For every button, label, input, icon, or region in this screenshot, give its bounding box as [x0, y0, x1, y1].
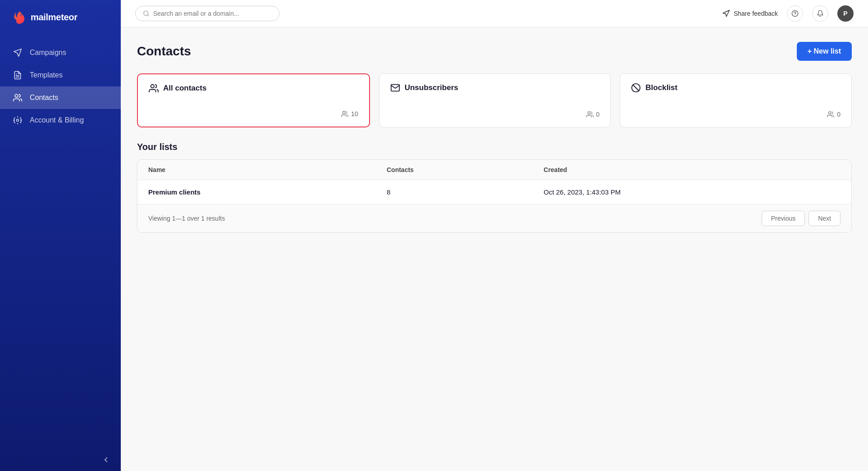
sidebar-item-contacts[interactable]: Contacts [0, 86, 121, 109]
contact-cards: All contacts 10 [137, 73, 852, 127]
blocklist-count-value: 0 [837, 111, 841, 118]
search-input[interactable] [153, 10, 272, 17]
unsubscribers-card[interactable]: Unsubscribers 0 [379, 73, 611, 127]
pagination-row: Viewing 1—1 over 1 results Previous Next [137, 204, 851, 232]
header-right: Share feedback P [722, 5, 854, 22]
svg-point-4 [15, 95, 18, 98]
page-content: Contacts + New list All contacts [121, 27, 868, 471]
count-people-icon-3 [827, 111, 834, 118]
blocklist-count: 0 [631, 111, 841, 118]
previous-button[interactable]: Previous [762, 211, 805, 226]
pagination-buttons: Previous Next [762, 211, 841, 226]
lists-section: Name Contacts Created Premium clients 8 … [137, 159, 852, 233]
all-contacts-count: 10 [149, 110, 358, 118]
table-row[interactable]: Premium clients 8 Oct 26, 2023, 1:43:03 … [137, 180, 851, 204]
all-contacts-title: All contacts [163, 84, 206, 93]
pagination-info: Viewing 1—1 over 1 results [148, 215, 225, 222]
svg-point-5 [17, 119, 19, 122]
svg-point-11 [343, 111, 345, 113]
sidebar-item-account-billing[interactable]: Account & Billing [0, 109, 121, 131]
search-bar[interactable] [135, 6, 279, 21]
sidebar: mailmeteor Campaigns Templ [0, 0, 121, 471]
people-icon [149, 83, 159, 93]
col-contacts: Contacts [376, 160, 533, 180]
page-header: Contacts + New list [137, 42, 852, 61]
col-name: Name [137, 160, 376, 180]
svg-marker-1 [14, 49, 22, 57]
unsubscribers-title: Unsubscribers [405, 83, 458, 92]
sidebar-item-campaigns[interactable]: Campaigns [0, 41, 121, 64]
sidebar-item-label-account: Account & Billing [30, 116, 84, 124]
settings-icon [13, 115, 23, 125]
svg-point-10 [151, 85, 154, 88]
unsubscribers-title-row: Unsubscribers [390, 83, 600, 93]
svg-line-7 [147, 15, 149, 16]
sidebar-collapse-button[interactable] [0, 448, 121, 471]
notifications-button[interactable] [812, 5, 828, 22]
logo[interactable]: mailmeteor [0, 0, 121, 34]
all-contacts-count-value: 10 [351, 110, 358, 118]
list-created: Oct 26, 2023, 1:43:03 PM [533, 180, 851, 204]
sidebar-item-label-campaigns: Campaigns [30, 49, 66, 57]
header: Share feedback P [121, 0, 868, 27]
avatar[interactable]: P [837, 5, 854, 22]
list-contacts: 8 [376, 180, 533, 204]
main-content: Share feedback P Contacts [121, 0, 868, 471]
share-feedback-button[interactable]: Share feedback [722, 9, 778, 18]
envelope-icon [390, 83, 400, 93]
chevron-left-icon [102, 456, 110, 464]
lists-table: Name Contacts Created Premium clients 8 … [137, 160, 851, 204]
col-created: Created [533, 160, 851, 180]
help-icon [791, 10, 799, 17]
logo-icon [11, 9, 27, 25]
unsubscribers-count: 0 [390, 111, 600, 118]
card-title-row: All contacts [149, 83, 358, 93]
page-title: Contacts [137, 44, 191, 59]
megaphone-icon [722, 9, 730, 18]
new-list-button[interactable]: + New list [797, 42, 852, 61]
count-people-icon-2 [586, 111, 594, 118]
all-contacts-card[interactable]: All contacts 10 [137, 73, 370, 127]
nav-items: Campaigns Templates [0, 34, 121, 448]
count-people-icon [341, 110, 348, 118]
sidebar-item-templates[interactable]: Templates [0, 64, 121, 86]
svg-line-14 [633, 85, 639, 91]
blocklist-card[interactable]: Blocklist 0 [620, 73, 852, 127]
sidebar-item-label-templates: Templates [30, 71, 63, 79]
svg-point-0 [20, 13, 23, 16]
lists-section-title: Your lists [137, 142, 852, 159]
svg-point-15 [829, 112, 831, 114]
svg-point-12 [588, 112, 590, 114]
contacts-icon [13, 93, 23, 103]
next-button[interactable]: Next [809, 211, 841, 226]
block-icon [631, 83, 641, 93]
help-button[interactable] [787, 5, 803, 22]
search-icon [143, 10, 150, 17]
share-feedback-label: Share feedback [734, 10, 778, 17]
blocklist-title: Blocklist [645, 83, 677, 92]
blocklist-title-row: Blocklist [631, 83, 841, 93]
bell-icon [817, 10, 824, 17]
logo-text: mailmeteor [31, 12, 78, 23]
list-name: Premium clients [148, 188, 201, 196]
unsubscribers-count-value: 0 [596, 111, 600, 118]
sidebar-item-label-contacts: Contacts [30, 94, 58, 102]
send-icon [13, 48, 23, 58]
avatar-initials: P [843, 10, 847, 17]
template-icon [13, 70, 23, 80]
